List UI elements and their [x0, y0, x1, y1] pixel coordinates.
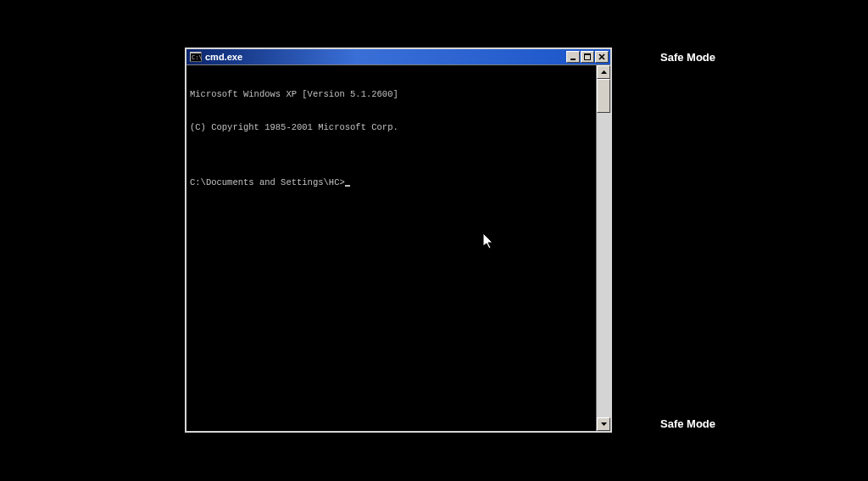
- svg-text:C:\: C:\: [192, 54, 202, 61]
- maximize-button[interactable]: [581, 51, 594, 63]
- svg-rect-4: [190, 61, 202, 62]
- minimize-button[interactable]: [566, 51, 580, 63]
- svg-rect-6: [570, 59, 576, 60]
- close-button[interactable]: [595, 51, 609, 63]
- text-cursor: [345, 185, 350, 187]
- title-bar[interactable]: C:\ cmd.exe: [186, 49, 610, 64]
- prompt-line: C:\Documents and Settings\HC>: [190, 177, 593, 188]
- scroll-down-button[interactable]: [597, 417, 610, 431]
- svg-rect-2: [190, 52, 191, 62]
- svg-marker-12: [601, 422, 607, 426]
- title-bar-buttons: [566, 51, 609, 63]
- vertical-scrollbar[interactable]: [596, 65, 610, 431]
- scroll-up-button[interactable]: [597, 65, 610, 79]
- console-output[interactable]: Microsoft Windows XP [Version 5.1.2600] …: [186, 65, 596, 431]
- client-area: Microsoft Windows XP [Version 5.1.2600] …: [186, 64, 610, 431]
- cmd-window: C:\ cmd.exe Microsoft Windows XP [Versio…: [185, 48, 612, 433]
- scroll-thumb[interactable]: [597, 79, 610, 113]
- console-line: (C) Copyright 1985-2001 Microsoft Corp.: [190, 122, 593, 133]
- safe-mode-label-bottom-right: Safe Mode: [660, 417, 715, 430]
- svg-marker-11: [601, 70, 607, 74]
- svg-rect-8: [584, 53, 591, 55]
- safe-mode-label-top-right: Safe Mode: [660, 51, 715, 64]
- scroll-track[interactable]: [597, 79, 610, 417]
- window-title: cmd.exe: [205, 52, 566, 62]
- svg-rect-1: [190, 52, 202, 53]
- console-line: Microsoft Windows XP [Version 5.1.2600]: [190, 89, 593, 100]
- prompt-text: C:\Documents and Settings\HC>: [190, 177, 345, 188]
- cmd-icon: C:\: [190, 52, 202, 62]
